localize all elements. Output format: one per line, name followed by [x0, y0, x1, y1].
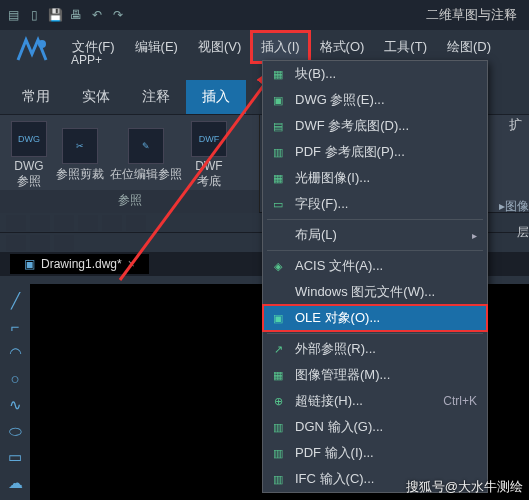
menu-item-icon: ⊕ [269, 393, 287, 409]
redo-icon[interactable]: ↷ [109, 6, 127, 24]
polyline-tool-icon[interactable]: ⌐ [6, 318, 24, 336]
cloud-tool-icon[interactable]: ☁ [6, 474, 24, 492]
submenu-arrow-icon: ▸ [472, 230, 477, 241]
menu-item-icon: ▦ [269, 66, 287, 82]
menu-item-icon [269, 284, 287, 300]
sec-tool-3[interactable] [54, 215, 74, 231]
menu-item-icon: ▦ [269, 170, 287, 186]
btn-dwg-ref[interactable]: DWGDWG 参照 [8, 121, 50, 190]
menu-item-icon: ▥ [269, 144, 287, 160]
sec-tool-2[interactable] [30, 215, 50, 231]
app-logo-icon [8, 28, 56, 76]
menu-format[interactable]: 格式(O) [310, 31, 375, 63]
watermark: 搜狐号@大水牛测绘 [406, 478, 523, 496]
svg-point-0 [38, 40, 46, 48]
ter-tool-1[interactable] [6, 235, 26, 251]
spline-tool-icon[interactable]: ∿ [6, 396, 24, 414]
menu-item-label: 光栅图像(I)... [295, 169, 370, 187]
layer-panel-label: 层 [517, 224, 529, 241]
save-icon[interactable]: 💾 [46, 6, 64, 24]
dropdown-item-2[interactable]: ▤DWF 参考底图(D)... [263, 113, 487, 139]
sec-tool-4[interactable] [78, 215, 98, 231]
line-tool-icon[interactable]: ╱ [6, 292, 24, 310]
file-tab[interactable]: ▣ Drawing1.dwg* × [10, 254, 149, 274]
menu-item-label: PDF 输入(I)... [295, 444, 374, 462]
arc-tool-icon[interactable]: ◠ [6, 344, 24, 362]
menu-item-label: OLE 对象(O)... [295, 309, 380, 327]
left-toolbar: ╱ ⌐ ◠ ○ ∿ ⬭ ▭ ☁ [0, 284, 30, 500]
menu-item-label: DGN 输入(G)... [295, 418, 383, 436]
menu-item-label: ACIS 文件(A)... [295, 257, 383, 275]
ter-tool-2[interactable] [30, 235, 50, 251]
dropdown-item-7[interactable]: 布局(L)▸ [263, 222, 487, 248]
menu-item-label: 图像管理器(M)... [295, 366, 390, 384]
dropdown-item-13[interactable]: ↗外部参照(R)... [263, 336, 487, 362]
dwg-icon: DWG [11, 121, 47, 157]
menu-insert[interactable]: 插入(I) [251, 31, 309, 63]
menu-item-label: IFC 输入(C)... [295, 470, 374, 488]
tab-insert[interactable]: 插入 [186, 80, 246, 114]
titlebar: ▤ ▯ 💾 🖶 ↶ ↷ 二维草图与注释 [0, 0, 529, 30]
btn-edit-ref[interactable]: ✎在位编辑参照 [110, 128, 182, 183]
menu-item-icon: ▣ [269, 92, 287, 108]
ter-tool-3[interactable] [54, 235, 74, 251]
dropdown-item-5[interactable]: ▭字段(F)... [263, 191, 487, 217]
menu-item-label: PDF 参考底图(P)... [295, 143, 405, 161]
dropdown-item-11[interactable]: ▣OLE 对象(O)... [263, 305, 487, 331]
menu-item-label: 布局(L) [295, 226, 337, 244]
insert-dropdown: ▦块(B)...▣DWG 参照(E)...▤DWF 参考底图(D)...▥PDF… [262, 60, 488, 493]
dropdown-item-1[interactable]: ▣DWG 参照(E)... [263, 87, 487, 113]
menu-edit[interactable]: 编辑(E) [125, 31, 188, 63]
tab-entity[interactable]: 实体 [66, 80, 126, 114]
tab-annotate[interactable]: 注释 [126, 80, 186, 114]
dropdown-item-10[interactable]: Windows 图元文件(W)... [263, 279, 487, 305]
menu-item-icon: ▥ [269, 445, 287, 461]
btn-ref-clip[interactable]: ✂参照剪裁 [56, 128, 104, 183]
sec-tool-1[interactable] [6, 215, 26, 231]
dropdown-item-16[interactable]: ▥DGN 输入(G)... [263, 414, 487, 440]
menu-item-label: 字段(F)... [295, 195, 348, 213]
ellipse-tool-icon[interactable]: ⬭ [6, 422, 24, 440]
menu-item-label: 外部参照(R)... [295, 340, 376, 358]
menu-item-label: Windows 图元文件(W)... [295, 283, 435, 301]
menu-item-icon: ▣ [269, 310, 287, 326]
menu-tools[interactable]: 工具(T) [374, 31, 437, 63]
dropdown-item-4[interactable]: ▦光栅图像(I)... [263, 165, 487, 191]
menu-item-icon: ▭ [269, 196, 287, 212]
btn-dwf[interactable]: DWFDWF 考底 [188, 121, 230, 190]
menu-item-icon: ◈ [269, 258, 287, 274]
new-icon[interactable]: ▤ [4, 6, 22, 24]
menu-item-label: DWG 参照(E)... [295, 91, 385, 109]
menu-item-icon: ↗ [269, 341, 287, 357]
dwf-icon: DWF [191, 121, 227, 157]
sec-tool-6[interactable] [126, 215, 146, 231]
image-panel-label: ▸图像 [499, 198, 529, 215]
print-icon[interactable]: 🖶 [67, 6, 85, 24]
dropdown-item-15[interactable]: ⊕超链接(H)...Ctrl+K [263, 388, 487, 414]
open-icon[interactable]: ▯ [25, 6, 43, 24]
tab-common[interactable]: 常用 [6, 80, 66, 114]
menu-item-icon: ▥ [269, 471, 287, 487]
circle-tool-icon[interactable]: ○ [6, 370, 24, 388]
menu-item-icon: ▥ [269, 419, 287, 435]
dropdown-item-17[interactable]: ▥PDF 输入(I)... [263, 440, 487, 466]
dropdown-item-3[interactable]: ▥PDF 参考底图(P)... [263, 139, 487, 165]
dropdown-item-9[interactable]: ◈ACIS 文件(A)... [263, 253, 487, 279]
sec-tool-5[interactable] [102, 215, 122, 231]
app-plus-label[interactable]: APP+ [71, 53, 102, 67]
right-fragment: 扩 [507, 98, 529, 152]
close-icon[interactable]: × [128, 257, 135, 271]
shortcut-label: Ctrl+K [443, 394, 477, 408]
file-name: Drawing1.dwg* [41, 257, 122, 271]
workspace-mode[interactable]: 二维草图与注释 [426, 6, 517, 24]
menu-item-icon [269, 227, 287, 243]
dropdown-item-0[interactable]: ▦块(B)... [263, 61, 487, 87]
menu-draw[interactable]: 绘图(D) [437, 31, 501, 63]
dropdown-item-14[interactable]: ▦图像管理器(M)... [263, 362, 487, 388]
menu-item-label: 超链接(H)... [295, 392, 363, 410]
rect-tool-icon[interactable]: ▭ [6, 448, 24, 466]
clip-icon: ✂ [62, 128, 98, 164]
menu-view[interactable]: 视图(V) [188, 31, 251, 63]
ribbon-group-label: 参照 [0, 190, 259, 213]
undo-icon[interactable]: ↶ [88, 6, 106, 24]
